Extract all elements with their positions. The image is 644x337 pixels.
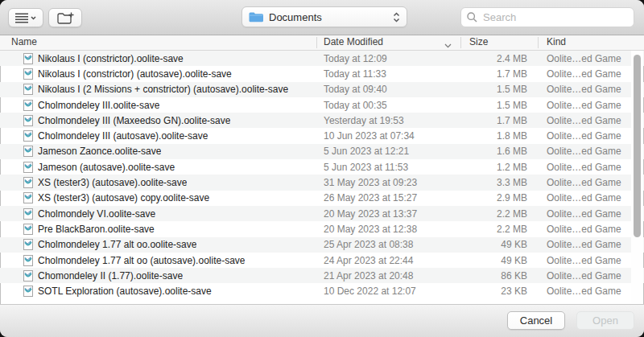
file-date-modified: 26 May 2023 at 15:27 [316,192,460,203]
file-name: Nikolaus I (2 Missions + constrictor) (a… [38,84,288,95]
blue-folder-icon [249,12,263,23]
file-size: 1.6 MB [460,146,538,157]
file-date-modified: 21 Apr 2023 at 20:48 [316,270,460,282]
oolite-save-file-icon [23,84,33,95]
table-row[interactable]: Nikolaus I (constrictor) (autosave).ooli… [0,66,644,81]
file-kind: Oolite…ed Game [538,224,632,235]
scrollbar-thumb[interactable] [634,55,641,237]
file-date-modified: 10 Jun 2023 at 07:34 [316,130,460,142]
file-kind: Oolite…ed Game [538,53,632,64]
table-row[interactable]: Nikolaus I (constrictor).oolite-save Tod… [0,51,644,66]
sort-descending-icon [444,39,452,51]
table-row[interactable]: Jameson (autosave).oolite-save 5 Jun 202… [0,159,644,175]
table-row[interactable]: XS (tester3) (autosave).oolite-save 31 M… [0,175,644,190]
file-size: 86 KB [460,270,538,282]
table-row[interactable]: SOTL Exploration (autosave).oolite-save … [0,283,644,298]
table-row[interactable]: Jameson Zaonce.oolite-save 5 Jun 2023 at… [0,144,644,159]
column-divider[interactable] [316,37,317,48]
column-header-size[interactable]: Size [469,35,488,50]
file-kind: Oolite…ed Game [538,84,632,95]
file-name: Cholmondely VI.oolite-save [38,208,155,220]
column-header-kind[interactable]: Kind [547,35,566,50]
file-kind: Oolite…ed Game [538,146,632,157]
file-date-modified: 25 Apr 2023 at 08:38 [316,239,460,250]
oolite-save-file-icon [23,146,33,157]
column-header-name[interactable]: Name [11,35,37,50]
file-date-modified: 20 May 2023 at 12:38 [316,224,460,235]
scrollbar-track[interactable] [631,51,643,303]
file-name: Cholmondeley III (autosave).oolite-save [38,130,208,142]
table-row[interactable]: Cholmondeley 1.77 alt oo.oolite-save 25 … [0,237,644,253]
file-name: XS (tester3) (autosave) copy.oolite-save [38,192,209,203]
table-row[interactable]: Cholmondeley 1.77 alt oo (autosave).ooli… [0,253,644,268]
file-kind: Oolite…ed Game [538,208,632,220]
file-name: Nikolaus I (constrictor) (autosave).ooli… [38,68,232,80]
oolite-save-file-icon [23,270,33,282]
oolite-save-file-icon [23,286,33,297]
table-row[interactable]: Cholmondeley III (Maxeedso GN).oolite-sa… [0,113,644,128]
file-size: 1.2 MB [460,162,538,173]
file-date-modified: Today at 00:35 [316,100,460,111]
dialog-footer: Cancel Open [0,304,644,337]
column-divider[interactable] [538,37,539,48]
table-row[interactable]: Cholmondeley III (autosave).oolite-save … [0,128,644,143]
column-header-date-modified[interactable]: Date Modified [324,35,383,50]
file-size: 23 KB [460,286,538,297]
file-name: Nikolaus I (constrictor).oolite-save [38,53,184,64]
file-date-modified: 24 Apr 2023 at 22:44 [316,255,460,266]
file-name: Cholmondeley III.oolite-save [38,100,159,111]
file-kind: Oolite…ed Game [538,270,632,282]
file-kind: Oolite…ed Game [538,68,632,80]
file-name: Jameson (autosave).oolite-save [38,162,175,173]
file-kind: Oolite…ed Game [538,286,632,297]
table-row[interactable]: Cholmondely VI.oolite-save 20 May 2023 a… [0,206,644,221]
screen: Documents Name Date Modified Size [0,0,644,337]
column-header-row: Name Date Modified Size Kind [0,35,644,51]
oolite-save-file-icon [23,177,33,188]
file-size: 1.5 MB [460,100,538,111]
location-popup-button[interactable]: Documents [242,6,407,27]
oolite-save-file-icon [23,53,33,64]
file-date-modified: 31 May 2023 at 09:23 [316,177,460,188]
search-field[interactable] [460,7,634,27]
view-options-button[interactable] [8,8,43,27]
file-date-modified: Today at 12:09 [316,53,460,64]
file-date-modified: Today at 11:33 [316,68,460,80]
file-name: Cholmondeley III (Maxeedso GN).oolite-sa… [38,115,230,126]
file-size: 1.8 MB [460,130,538,142]
file-name: SOTL Exploration (autosave).oolite-save [38,286,212,297]
file-date-modified: 5 Jun 2023 at 11:53 [316,162,460,173]
file-size: 2.2 MB [460,224,538,235]
file-name: Cholmondeley 1.77 alt oo (autosave).ooli… [38,255,245,266]
table-row[interactable]: XS (tester3) (autosave) copy.oolite-save… [0,191,644,206]
file-date-modified: 20 May 2023 at 13:37 [316,208,460,220]
file-kind: Oolite…ed Game [538,100,632,111]
file-name: Cholmondeley 1.77 alt oo.oolite-save [38,239,196,250]
file-name: XS (tester3) (autosave).oolite-save [38,177,187,188]
file-name: Chomondeley II (1.77).oolite-save [38,270,183,282]
file-list: Nikolaus I (constrictor).oolite-save Tod… [0,51,644,299]
table-row[interactable]: Cholmondeley III.oolite-save Today at 00… [0,97,644,113]
search-input[interactable] [481,10,628,24]
column-divider[interactable] [460,37,461,48]
chevron-down-icon [31,16,36,20]
table-row[interactable]: Nikolaus I (2 Missions + constrictor) (a… [0,82,644,97]
oolite-save-file-icon [23,100,33,111]
search-icon [467,12,477,23]
table-row[interactable]: Chomondeley II (1.77).oolite-save 21 Apr… [0,268,644,283]
file-date-modified: Yesterday at 19:53 [316,115,460,126]
cancel-button[interactable]: Cancel [507,311,565,330]
oolite-save-file-icon [23,162,33,173]
file-size: 1.7 MB [460,68,538,80]
file-size: 2.2 MB [460,208,538,220]
oolite-save-file-icon [23,224,33,235]
open-file-dialog: Documents Name Date Modified Size [0,0,644,337]
file-kind: Oolite…ed Game [538,192,632,203]
oolite-save-file-icon [23,192,33,203]
file-kind: Oolite…ed Game [538,239,632,250]
table-row[interactable]: Pre BlackBaron.oolite-save 20 May 2023 a… [0,221,644,236]
file-date-modified: 10 Dec 2022 at 12:07 [316,286,460,297]
new-folder-button[interactable] [48,8,82,27]
open-button[interactable]: Open [576,311,634,330]
file-kind: Oolite…ed Game [538,177,632,188]
